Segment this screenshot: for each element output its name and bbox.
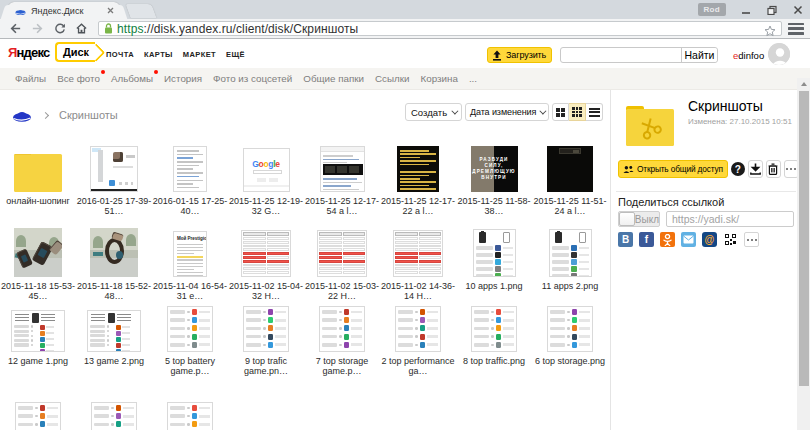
file-name: 2015-11-02 15-03-22 H… [305, 281, 380, 301]
file-tile[interactable]: 8 top traffic.png [456, 306, 532, 376]
scroll-up-icon[interactable] [797, 78, 810, 90]
section-tab[interactable]: Альбомы [111, 73, 153, 84]
file-tile[interactable]: 2016-01-25 17-39-51… [76, 144, 152, 216]
section-tab[interactable]: ... [469, 73, 477, 84]
search-button[interactable]: Найти [681, 48, 717, 62]
username[interactable]: edinfoo [733, 50, 764, 61]
file-tile[interactable]: Google2015-11-25 12-19-32 G… [228, 144, 304, 216]
file-name: 5 top battery game.p… [153, 356, 228, 376]
odnoklassniki-share-icon[interactable] [660, 232, 675, 247]
facebook-share-icon[interactable]: f [639, 232, 654, 247]
file-thumbnail [167, 306, 213, 352]
share-link-toggle[interactable]: Выкл [618, 211, 660, 227]
disk-root-icon[interactable] [12, 107, 32, 123]
toggle-knob[interactable] [619, 212, 635, 226]
user-avatar[interactable] [768, 43, 790, 65]
download-button[interactable] [748, 160, 763, 178]
share-link-input[interactable] [666, 211, 794, 227]
page-scrollbar[interactable] [797, 78, 810, 430]
section-tab[interactable]: Корзина [421, 73, 458, 84]
file-thumbnail [87, 306, 141, 352]
delete-button[interactable] [766, 160, 781, 178]
file-name: 9 top trafic game.pn… [229, 356, 304, 376]
view-large-tiles-button[interactable] [552, 103, 569, 121]
file-tile[interactable]: 6 top storage.png [532, 306, 608, 376]
file-thumbnail [397, 144, 439, 192]
maximize-button[interactable] [766, 4, 778, 16]
file-name: 2015-11-02 15-04-32 H… [229, 281, 304, 301]
file-tile[interactable]: РАЗБУДИСИЛУ,ДРЕМЛЮЩУЮВНУТРИ2015-11-25 11… [456, 144, 532, 216]
services-menu: ПОЧТАКАРТЫМАРКЕТЕЩЁ [106, 50, 245, 59]
file-tile[interactable]: 2015-11-18 15-53-45… [0, 228, 76, 301]
file-tile[interactable] [76, 400, 152, 430]
services-menu-item[interactable]: КАРТЫ [144, 50, 173, 59]
folder-tile[interactable]: онлайн-шопинг [0, 144, 76, 216]
profile-badge[interactable]: Rod [698, 3, 726, 16]
file-tile[interactable]: Мой Prestigio 3D2015-11-04 16-54-31 e… [152, 228, 228, 301]
file-tile[interactable]: 11 apps 2.png [532, 228, 608, 301]
chrome-menu-icon[interactable] [788, 23, 804, 35]
more-share-icon[interactable] [744, 232, 759, 247]
services-menu-item[interactable]: МАРКЕТ [183, 50, 216, 59]
sort-button[interactable]: Дата изменения [465, 103, 549, 121]
section-tab[interactable]: Фото из соцсетей [213, 73, 292, 84]
file-tile[interactable]: 13 game 2.png [76, 306, 152, 376]
file-tile[interactable]: 7 top storage game.p… [304, 306, 380, 376]
notification-dot [154, 70, 158, 74]
file-tile[interactable]: 2015-11-25 11-51-24 a l… [532, 144, 608, 216]
file-tile[interactable]: 2015-11-02 15-03-22 H… [304, 228, 380, 301]
file-tile[interactable]: 9 top trafic game.pn… [228, 306, 304, 376]
open-shared-access-button[interactable]: Открыть общий доступ [618, 160, 728, 178]
section-tab[interactable]: История [164, 73, 202, 84]
new-tab-button[interactable] [125, 4, 156, 18]
file-tile[interactable]: 2015-11-25 12-17-54 a l… [304, 144, 380, 216]
section-tab[interactable]: Файлы [15, 73, 46, 84]
file-tile[interactable]: 2015-11-18 15-52-48… [76, 228, 152, 301]
services-menu-item[interactable]: ПОЧТА [106, 50, 134, 59]
file-tile[interactable]: 10 apps 1.png [456, 228, 532, 301]
back-button[interactable] [6, 21, 25, 37]
tab-close-icon[interactable] [106, 6, 115, 15]
file-grid-row: онлайн-шопинг2016-01-25 17-39-51…2016-01… [0, 144, 608, 216]
file-tile[interactable]: 2016-01-15 17-25-40… [152, 144, 228, 216]
file-thumbnail: РАЗБУДИСИЛУ,ДРЕМЛЮЩУЮВНУТРИ [471, 144, 518, 192]
minimize-button[interactable] [740, 4, 752, 16]
file-thumbnail: Мой Prestigio 3D [173, 228, 207, 277]
address-bar[interactable]: https://disk.yandex.ru/client/disk/Скрин… [98, 21, 782, 36]
vk-share-icon[interactable]: В [618, 232, 633, 247]
file-tile[interactable] [0, 400, 76, 430]
search-input[interactable] [561, 48, 681, 62]
file-name: онлайн-шопинг [1, 196, 76, 206]
file-tile[interactable] [152, 400, 228, 430]
mailru-share-icon[interactable]: @ [702, 232, 717, 247]
section-tab[interactable]: Все фото [57, 73, 100, 84]
upload-button[interactable]: Загрузить [487, 47, 552, 63]
yandex-logo[interactable]: Яндекс [8, 45, 49, 60]
home-button[interactable] [72, 21, 91, 37]
section-tabs: ФайлыВсе фотоАльбомыИсторияФото из соцсе… [0, 68, 810, 90]
file-tile[interactable]: 2015-11-02 15-04-32 H… [228, 228, 304, 301]
file-tile[interactable]: 2015-11-02 14-36-14 H… [380, 228, 456, 301]
reload-button[interactable] [50, 21, 69, 37]
help-icon[interactable]: ? [731, 162, 745, 176]
disk-service-badge[interactable]: Диск [55, 42, 95, 62]
browser-tab[interactable]: Яндекс.Диск [8, 2, 120, 19]
file-thumbnail [547, 306, 593, 352]
file-tile[interactable]: 5 top battery game.p… [152, 306, 228, 376]
file-tile[interactable]: 2015-11-25 12-17-22 a l… [380, 144, 456, 216]
section-tab[interactable]: Ссылки [375, 73, 410, 84]
qr-share-icon[interactable] [723, 232, 738, 247]
email-share-icon[interactable] [681, 232, 696, 247]
forward-button[interactable] [28, 21, 47, 37]
file-tile[interactable]: 12 game 1.png [0, 306, 76, 376]
services-menu-item[interactable]: ЕЩЁ [226, 50, 245, 59]
scrollbar-thumb[interactable] [799, 91, 809, 386]
view-list-button[interactable] [586, 103, 603, 121]
section-tab[interactable]: Общие папки [303, 73, 364, 84]
bookmark-star-icon[interactable] [764, 23, 776, 35]
close-window-button[interactable] [792, 4, 804, 16]
view-small-tiles-button[interactable] [569, 103, 586, 121]
breadcrumb-current: Скриншоты [59, 109, 118, 121]
file-tile[interactable]: 2 top performance ga… [380, 306, 456, 376]
create-button[interactable]: Создать [405, 103, 462, 121]
